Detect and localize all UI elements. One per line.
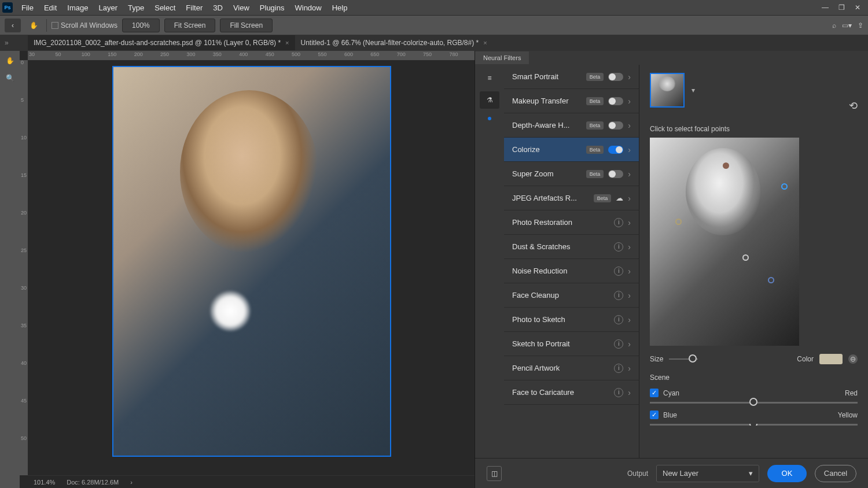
filter-row[interactable]: ColorizeBeta› [504,138,639,162]
sliders-icon[interactable]: ≡ [480,69,499,87]
workspace-icon[interactable]: ▭▾ [842,21,852,29]
chevron-right-icon[interactable]: › [628,291,631,300]
filter-toggle[interactable] [608,97,623,105]
beta-badge: Beta [586,146,604,154]
scroll-all-checkbox[interactable]: Scroll All Windows [52,21,117,29]
chevron-right-icon[interactable]: › [628,364,631,373]
cyan-red-slider[interactable] [650,402,858,404]
beaker-icon[interactable]: ⚗ [480,91,499,109]
chevron-right-icon[interactable]: › [628,388,631,397]
info-icon[interactable]: i [614,218,623,227]
layer-icon[interactable]: ◫ [487,466,502,481]
menu-plugins[interactable]: Plugins [255,3,290,12]
chevron-right-icon[interactable]: › [628,121,631,130]
remove-color-icon[interactable]: ⊖ [848,354,858,364]
menu-image[interactable]: Image [62,3,93,12]
focal-point[interactable] [781,183,788,190]
info-icon[interactable]: i [614,388,623,397]
filter-toggle[interactable] [608,170,623,178]
blue-yellow-slider[interactable] [650,424,858,426]
expand-icon[interactable]: » [5,39,9,47]
filter-toggle[interactable] [608,146,623,154]
tab-close-icon[interactable]: × [285,39,289,46]
menu-edit[interactable]: Edit [39,3,62,12]
focal-point[interactable] [768,277,774,283]
zoom-tool-icon[interactable]: 🔍 [2,71,17,86]
search-icon[interactable]: ⌕ [832,21,836,29]
filter-row[interactable]: Face Cleanupi› [504,283,639,308]
focal-preview[interactable] [650,138,799,346]
cancel-button[interactable]: Cancel [815,465,856,482]
menu-view[interactable]: View [228,3,255,12]
filter-toggle[interactable] [608,73,623,81]
focal-point[interactable] [723,162,729,169]
menu-3d[interactable]: 3D [208,3,228,12]
ok-button[interactable]: OK [767,465,807,482]
chevron-right-icon[interactable]: › [628,315,631,324]
reset-icon[interactable]: ⟲ [849,99,858,112]
filter-row[interactable]: Photo to Sketchi› [504,308,639,332]
filter-toggle[interactable] [608,121,623,130]
filter-row[interactable]: Face to Caricaturei› [504,380,639,405]
share-icon[interactable]: ⇪ [858,21,863,29]
filter-row[interactable]: JPEG Artefacts R...Beta☁› [504,186,639,210]
cloud-icon[interactable]: ☁ [616,194,623,202]
back-button[interactable]: ‹ [5,19,21,32]
document-canvas[interactable] [112,66,391,457]
chevron-right-icon[interactable]: › [628,72,631,82]
panel-title: Neural Filters [475,51,529,64]
filter-row[interactable]: Depth-Aware H...Beta› [504,113,639,138]
filter-row[interactable]: Dust & Scratchesi› [504,235,639,259]
menu-layer[interactable]: Layer [94,3,123,12]
doc-tab-2[interactable]: Untitled-1 @ 66.7% (Neural-filter-colori… [295,35,493,50]
filter-row[interactable]: Pencil Artworki› [504,356,639,380]
tab-close-icon[interactable]: × [483,39,487,46]
fit-screen-button[interactable]: Fit Screen [164,19,216,32]
chevron-right-icon[interactable]: › [628,267,631,276]
menu-file[interactable]: File [16,3,39,12]
menu-window[interactable]: Window [289,3,326,12]
chevron-right-icon[interactable]: › [628,339,631,349]
filter-row[interactable]: Makeup TransferBeta› [504,89,639,113]
cyan-checkbox[interactable]: ✓ [650,389,659,397]
face-thumbnail[interactable] [650,73,685,108]
focal-point[interactable] [675,219,682,225]
close-icon[interactable]: ✕ [849,2,866,13]
info-icon[interactable]: i [614,339,623,349]
info-icon[interactable]: i [614,242,623,252]
chevron-right-icon[interactable]: › [628,242,631,252]
output-select[interactable]: New Layer▾ [656,465,759,482]
filter-row[interactable]: Super ZoomBeta› [504,162,639,186]
info-icon[interactable]: i [614,315,623,324]
menu-help[interactable]: Help [327,3,353,12]
size-slider[interactable] [669,358,698,360]
minimize-icon[interactable]: — [817,2,833,13]
menu-filter[interactable]: Filter [181,3,208,12]
menu-select[interactable]: Select [149,3,181,12]
color-swatch[interactable] [819,354,843,364]
indicator-dot [488,117,491,120]
hand-tool-icon[interactable]: ✋ [25,19,42,32]
fill-screen-button[interactable]: Fill Screen [220,19,273,32]
filter-row[interactable]: Sketch to Portraiti› [504,332,639,356]
chevron-right-icon[interactable]: › [628,194,631,203]
filter-row[interactable]: Noise Reductioni› [504,259,639,283]
chevron-down-icon[interactable]: ▾ [692,86,695,94]
focal-point[interactable] [742,254,749,261]
chevron-right-icon[interactable]: › [628,97,631,106]
chevron-right-icon[interactable]: › [628,169,631,179]
menu-type[interactable]: Type [123,3,149,12]
blue-checkbox[interactable]: ✓ [650,411,659,419]
status-chevron-icon[interactable]: › [130,479,133,486]
maximize-icon[interactable]: ❐ [833,2,849,13]
filter-row[interactable]: Smart PortraitBeta› [504,65,639,89]
chevron-right-icon[interactable]: › [628,145,631,154]
zoom-value[interactable]: 100% [122,19,160,32]
info-icon[interactable]: i [614,364,623,373]
chevron-right-icon[interactable]: › [628,218,631,227]
info-icon[interactable]: i [614,267,623,276]
hand-tool-icon[interactable]: ✋ [2,53,17,68]
doc-tab-1[interactable]: IMG_20201108_0002_after-dust-and-scratch… [28,35,295,50]
info-icon[interactable]: i [614,291,623,300]
filter-row[interactable]: Photo Restorationi› [504,210,639,235]
